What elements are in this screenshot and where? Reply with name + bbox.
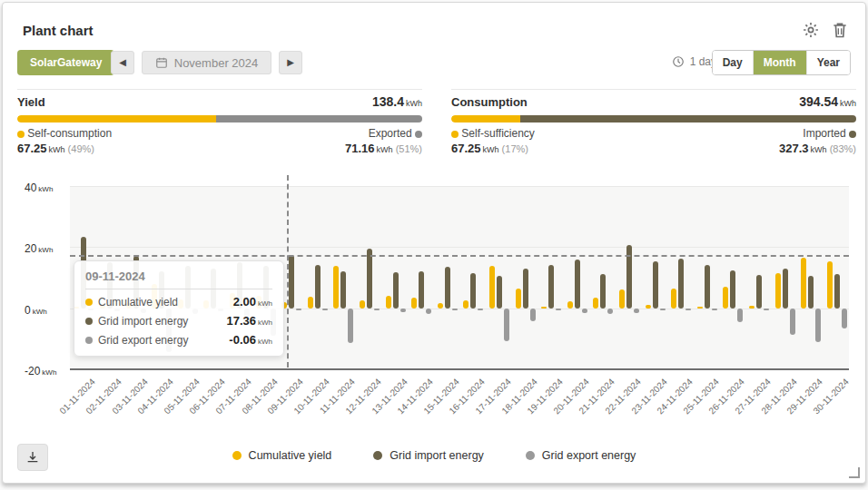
x-axis-line: [70, 368, 849, 370]
bar-cumulative-yield-21-11-2024[interactable]: [593, 298, 598, 309]
bar-grid-export-energy-17-11-2024[interactable]: [504, 309, 509, 341]
bar-grid-import-energy-17-11-2024[interactable]: [497, 276, 502, 309]
bar-grid-import-energy-10-11-2024[interactable]: [315, 265, 321, 308]
bar-cumulative-yield-18-11-2024[interactable]: [516, 289, 521, 308]
imported-dot-icon: [849, 131, 856, 138]
bar-grid-import-energy-25-11-2024[interactable]: [705, 265, 710, 308]
view-toggle-group: DayMonthYear: [712, 50, 851, 75]
yield-panel: Yield 138.4kWh Self-consumption Exported…: [17, 89, 422, 154]
bar-cumulative-yield-30-11-2024[interactable]: [827, 261, 833, 309]
view-toggle-month[interactable]: Month: [753, 51, 806, 74]
bar-cumulative-yield-29-11-2024[interactable]: [801, 258, 806, 309]
date-picker-button[interactable]: November 2024: [142, 51, 271, 74]
bar-cumulative-yield-11-11-2024[interactable]: [333, 266, 339, 309]
bar-grid-import-energy-30-11-2024[interactable]: [834, 274, 840, 309]
bar-cumulative-yield-14-11-2024[interactable]: [411, 298, 417, 309]
view-toggle-year[interactable]: Year: [806, 51, 850, 74]
prev-period-button[interactable]: ◀: [111, 51, 134, 74]
bar-grid-import-energy-09-11-2024[interactable]: [289, 255, 294, 308]
gear-icon[interactable]: [802, 21, 820, 39]
bar-grid-import-energy-20-11-2024[interactable]: [575, 260, 580, 308]
bar-grid-import-energy-13-11-2024[interactable]: [393, 272, 399, 309]
bar-cumulative-yield-26-11-2024[interactable]: [723, 287, 728, 309]
yield-title: Yield: [17, 95, 45, 109]
bar-chart[interactable]: 40kWh20kWh0kWh-20kWh 01-11-202402-11-202…: [3, 173, 867, 438]
bar-grid-import-energy-26-11-2024[interactable]: [730, 270, 735, 309]
bar-cumulative-yield-20-11-2024[interactable]: [567, 301, 573, 308]
bar-cumulative-yield-22-11-2024[interactable]: [619, 289, 625, 309]
bar-cumulative-yield-23-11-2024[interactable]: [646, 305, 651, 308]
bar-grid-export-energy-21-11-2024[interactable]: [607, 309, 613, 314]
bar-grid-export-energy-10-11-2024[interactable]: [322, 309, 328, 310]
bar-grid-export-energy-09-11-2024[interactable]: [296, 309, 301, 310]
chart-tooltip: 09-11-2024 Cumulative yield2.00kWhGrid i…: [74, 260, 284, 357]
plant-chart-card: Plant chart SolarGateway ◀ November 2024…: [2, 2, 866, 484]
clock-icon: [672, 55, 685, 68]
bar-grid-export-energy-18-11-2024[interactable]: [530, 309, 536, 322]
bar-grid-export-energy-26-11-2024[interactable]: [737, 309, 743, 322]
bar-grid-import-energy-27-11-2024[interactable]: [756, 275, 762, 309]
bar-grid-export-energy-13-11-2024[interactable]: [400, 309, 406, 312]
gridline: [70, 247, 849, 248]
bar-cumulative-yield-25-11-2024[interactable]: [697, 307, 703, 309]
bar-grid-import-energy-28-11-2024[interactable]: [783, 269, 788, 309]
bar-grid-export-energy-27-11-2024[interactable]: [764, 309, 769, 310]
bar-grid-import-energy-11-11-2024[interactable]: [340, 271, 346, 308]
bar-grid-export-energy-19-11-2024[interactable]: [556, 309, 561, 310]
bar-grid-import-energy-18-11-2024[interactable]: [523, 269, 528, 308]
tooltip-date: 09-11-2024: [85, 270, 272, 289]
bar-grid-export-energy-25-11-2024[interactable]: [712, 309, 717, 310]
bar-cumulative-yield-17-11-2024[interactable]: [489, 266, 495, 309]
trash-icon[interactable]: [831, 21, 849, 39]
consumption-total: 394.54kWh: [799, 93, 856, 110]
gateway-button[interactable]: SolarGateway: [17, 50, 114, 75]
bar-grid-import-energy-19-11-2024[interactable]: [548, 265, 554, 309]
bar-grid-export-energy-30-11-2024[interactable]: [842, 309, 847, 328]
bar-grid-import-energy-14-11-2024[interactable]: [419, 271, 424, 309]
bar-grid-export-energy-29-11-2024[interactable]: [815, 309, 821, 342]
resize-handle-icon[interactable]: [849, 467, 860, 478]
legend-item-grid-import-energy[interactable]: Grid import energy: [373, 449, 484, 462]
bar-grid-export-energy-28-11-2024[interactable]: [790, 309, 795, 336]
bar-grid-import-energy-21-11-2024[interactable]: [600, 274, 606, 309]
next-period-button[interactable]: ▶: [279, 51, 302, 74]
page-title: Plant chart: [23, 23, 94, 38]
bar-grid-export-energy-15-11-2024[interactable]: [452, 309, 458, 310]
bar-grid-import-energy-29-11-2024[interactable]: [808, 276, 814, 309]
bar-grid-export-energy-24-11-2024[interactable]: [686, 309, 691, 311]
bar-cumulative-yield-10-11-2024[interactable]: [308, 297, 313, 309]
bar-grid-export-energy-12-11-2024[interactable]: [374, 309, 380, 310]
bar-grid-export-energy-14-11-2024[interactable]: [426, 309, 431, 314]
bar-grid-export-energy-23-11-2024[interactable]: [660, 309, 666, 310]
legend-item-grid-export-energy[interactable]: Grid export energy: [526, 449, 636, 462]
crosshair-horizontal-line: [70, 255, 849, 257]
consumption-panel: Consumption 394.54kWh Self-sufficiency I…: [451, 89, 856, 154]
legend-item-cumulative-yield[interactable]: Cumulative yield: [232, 449, 332, 462]
bar-cumulative-yield-24-11-2024[interactable]: [671, 289, 676, 309]
self-consumption-dot-icon: [17, 131, 25, 138]
bar-grid-import-energy-24-11-2024[interactable]: [678, 259, 684, 308]
view-toggle-day[interactable]: Day: [713, 51, 753, 74]
bar-grid-import-energy-12-11-2024[interactable]: [367, 249, 372, 309]
bar-grid-export-energy-11-11-2024[interactable]: [348, 309, 353, 343]
bar-grid-import-energy-23-11-2024[interactable]: [653, 261, 658, 309]
crosshair-vertical-line: [287, 175, 289, 368]
bar-cumulative-yield-19-11-2024[interactable]: [541, 307, 547, 309]
bar-cumulative-yield-13-11-2024[interactable]: [386, 296, 391, 308]
y-axis-tick: 40kWh: [25, 179, 66, 195]
yield-progress-bar: [17, 115, 422, 122]
bar-grid-import-energy-16-11-2024[interactable]: [470, 273, 476, 308]
bar-grid-export-energy-20-11-2024[interactable]: [582, 309, 587, 313]
calendar-icon: [155, 56, 168, 69]
exported-label: Exported: [369, 127, 422, 140]
bar-grid-export-energy-16-11-2024[interactable]: [478, 309, 483, 310]
bar-grid-export-energy-22-11-2024[interactable]: [634, 309, 639, 313]
y-axis-tick: 0kWh: [25, 301, 66, 318]
exported-dot-icon: [415, 131, 422, 138]
bar-cumulative-yield-15-11-2024[interactable]: [438, 303, 443, 309]
bar-grid-import-energy-15-11-2024[interactable]: [445, 267, 450, 309]
bar-cumulative-yield-12-11-2024[interactable]: [360, 300, 365, 309]
bar-cumulative-yield-16-11-2024[interactable]: [463, 300, 469, 308]
bar-cumulative-yield-28-11-2024[interactable]: [775, 273, 781, 309]
bar-cumulative-yield-27-11-2024[interactable]: [749, 306, 755, 309]
